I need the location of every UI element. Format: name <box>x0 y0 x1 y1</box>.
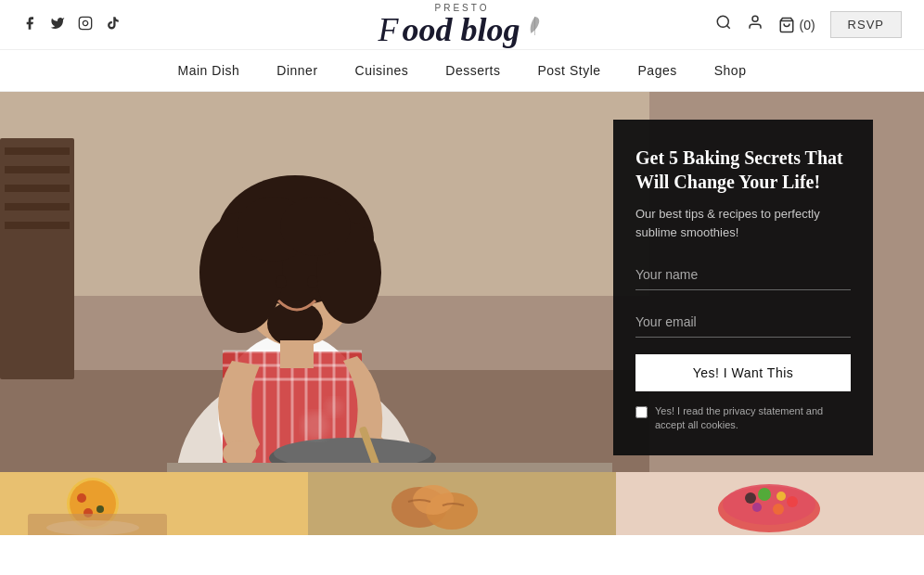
signup-title: Get 5 Baking Secrets That Will Change Yo… <box>635 146 851 194</box>
submit-button[interactable]: Yes! I Want This <box>635 354 851 391</box>
food-image-bowl[interactable] <box>616 472 924 535</box>
svg-point-68 <box>773 504 784 515</box>
svg-point-47 <box>325 398 343 416</box>
email-input[interactable] <box>635 307 851 338</box>
main-nav: Main Dish Dinner Cuisines Desserts Post … <box>0 50 924 92</box>
svg-point-37 <box>276 275 287 288</box>
svg-rect-55 <box>28 514 167 535</box>
social-links <box>22 16 121 34</box>
search-icon[interactable] <box>715 14 732 35</box>
nav-main-dish[interactable]: Main Dish <box>178 63 240 78</box>
svg-point-51 <box>77 493 86 503</box>
signup-subtitle: Our best tips & recipes to perfectly sub… <box>635 205 851 241</box>
hero-section: Get 5 Baking Secrets That Will Change Yo… <box>0 92 924 472</box>
cart-count: (0) <box>799 18 815 32</box>
bottom-image-row <box>0 472 924 535</box>
nav-shop[interactable]: Shop <box>714 63 747 78</box>
svg-rect-0 <box>79 17 91 29</box>
user-icon[interactable] <box>747 14 764 35</box>
svg-rect-13 <box>5 203 70 211</box>
signup-card: Get 5 Baking Secrets That Will Change Yo… <box>613 120 873 455</box>
svg-line-3 <box>727 25 730 28</box>
svg-point-52 <box>96 505 104 513</box>
privacy-row: Yes! I read the privacy statement and ac… <box>635 404 851 433</box>
twitter-icon[interactable] <box>50 16 65 34</box>
svg-point-63 <box>745 492 756 504</box>
food-image-bread[interactable] <box>308 472 616 535</box>
top-bar: PRESTO Food blog (0) RSVP <box>0 0 924 50</box>
svg-point-35 <box>280 197 351 256</box>
tiktok-icon[interactable] <box>106 16 121 34</box>
svg-rect-14 <box>5 222 70 229</box>
svg-point-65 <box>776 492 786 501</box>
site-logo[interactable]: PRESTO Food blog <box>378 3 545 46</box>
svg-rect-9 <box>0 138 74 379</box>
nav-post-style[interactable]: Post Style <box>538 63 601 78</box>
food-image-pizza[interactable] <box>0 472 308 535</box>
nav-dinner[interactable]: Dinner <box>276 63 317 78</box>
privacy-label: Yes! I read the privacy statement and ac… <box>655 404 851 433</box>
svg-point-64 <box>758 488 771 501</box>
svg-point-46 <box>302 412 329 440</box>
svg-point-36 <box>267 300 323 347</box>
svg-rect-39 <box>280 340 314 368</box>
name-input[interactable] <box>635 260 851 290</box>
svg-point-66 <box>787 496 798 507</box>
svg-point-2 <box>718 16 729 27</box>
svg-point-38 <box>307 275 318 288</box>
logo-leaf-icon <box>524 15 546 45</box>
svg-rect-45 <box>167 463 612 472</box>
svg-point-67 <box>752 503 762 512</box>
svg-rect-11 <box>5 166 70 173</box>
instagram-icon[interactable] <box>78 16 93 34</box>
nav-desserts[interactable]: Desserts <box>445 63 500 78</box>
svg-rect-12 <box>5 185 70 192</box>
nav-pages[interactable]: Pages <box>638 63 677 78</box>
top-right-actions: (0) RSVP <box>715 11 902 38</box>
rsvp-button[interactable]: RSVP <box>830 11 902 38</box>
svg-point-4 <box>752 16 758 21</box>
cart-icon[interactable]: (0) <box>778 17 815 33</box>
nav-cuisines[interactable]: Cuisines <box>355 63 409 78</box>
svg-point-40 <box>223 441 256 466</box>
svg-rect-10 <box>5 147 70 155</box>
facebook-icon[interactable] <box>22 16 37 34</box>
privacy-checkbox[interactable] <box>635 406 648 418</box>
